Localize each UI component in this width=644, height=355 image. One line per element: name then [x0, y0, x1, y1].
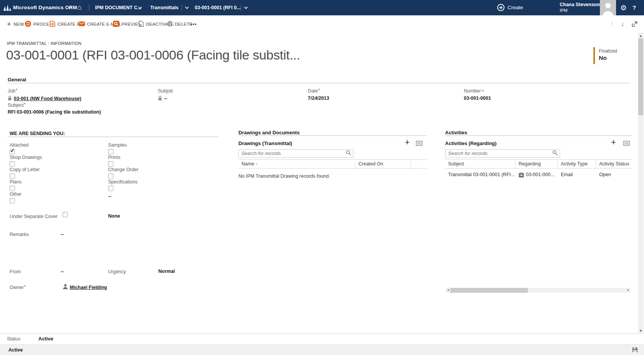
add-drawing-button[interactable]: + [405, 139, 410, 146]
nav-divider [241, 5, 241, 11]
chevron-down-icon[interactable] [185, 5, 189, 9]
status-value: Active [38, 336, 53, 342]
search-icon[interactable] [552, 150, 558, 157]
change-order-checkbox[interactable] [108, 173, 113, 179]
general-section-title: General [8, 77, 26, 83]
dynamics-logo-icon [3, 4, 12, 13]
owner-link[interactable]: Michael Fielding [70, 285, 107, 290]
copy-of-letter-checkbox[interactable] [10, 173, 15, 179]
gear-icon[interactable]: ⚙ [620, 3, 627, 12]
drawings-search-input[interactable] [242, 151, 346, 156]
scroll-down-icon[interactable]: ▼ [639, 329, 642, 333]
sending-section-title: WE ARE SENDING YOU: [10, 131, 65, 136]
column-header-activity-type[interactable]: Activity Type [558, 160, 596, 168]
create-button[interactable]: Create [508, 5, 523, 10]
scroll-right-icon[interactable]: ► [627, 288, 630, 292]
activities-horizontal-scrollbar[interactable]: ◄ ► [446, 288, 631, 293]
prints-field: Prints [108, 155, 120, 167]
shop-drawings-checkbox[interactable] [10, 161, 15, 167]
plans-checkbox[interactable] [10, 186, 15, 191]
attached-checkbox[interactable] [10, 149, 15, 154]
column-header-subject[interactable]: Subject [445, 160, 516, 168]
activity-row[interactable]: Transmittal 03-001-0001 (RFI... 03-001-0… [445, 170, 632, 179]
home-icon[interactable]: ⌂ [77, 4, 82, 11]
add-activity-button[interactable]: + [611, 139, 616, 146]
column-header-activity-status[interactable]: Activity Status [596, 160, 632, 168]
transmittal-record-icon [519, 172, 524, 179]
delete-button[interactable]: DELETE [168, 15, 192, 33]
from-value[interactable]: -- [61, 269, 64, 274]
nav-divider [182, 5, 182, 11]
date-value[interactable]: 7/24/2013 [308, 96, 329, 101]
breadcrumb-view[interactable]: Transmittals [150, 5, 179, 10]
specifications-field: Specifications [108, 179, 138, 191]
avatar[interactable] [600, 0, 616, 17]
activity-type: Email [558, 170, 596, 179]
under-separate-cover-label: Under Separate Cover [10, 214, 61, 219]
remarks-value[interactable]: -- [61, 232, 64, 237]
plans-field: Plans [10, 179, 21, 191]
preview-button[interactable]: PREVIEW [113, 15, 142, 33]
scroll-left-icon[interactable]: ◄ [447, 288, 450, 292]
number-value[interactable]: 03-001-0001 [464, 96, 491, 101]
pop-out-icon[interactable] [632, 15, 637, 33]
samples-checkbox[interactable] [108, 149, 113, 154]
finalized-accent-bar [593, 47, 595, 64]
job-link[interactable]: 03-001 (NW Food Warehouse) [14, 96, 81, 101]
breadcrumb-area[interactable]: IPM DOCUMENT C... [95, 5, 141, 10]
samples-field: Samples [108, 142, 127, 154]
footer-divider [0, 334, 644, 334]
recommended-plus: + [481, 88, 484, 93]
scroll-record-up-button[interactable]: ↑ [610, 15, 614, 33]
specifications-checkbox[interactable] [108, 186, 113, 191]
column-header-regarding[interactable]: Regarding [516, 160, 558, 168]
subject-value[interactable]: RFI 03-001-0006 (Facing tile substitutio… [8, 109, 101, 115]
scrollbar-thumb[interactable] [638, 38, 643, 115]
open-grid-icon[interactable] [416, 140, 422, 147]
ellipsis-icon: ••• [191, 21, 197, 27]
attached-field: Attached [10, 142, 28, 154]
envelope-icon [79, 21, 85, 27]
preview-magnifier-icon [113, 21, 119, 28]
activity-status: Open [596, 170, 632, 179]
urgency-value[interactable]: Normal [158, 269, 175, 274]
other-checkbox[interactable] [10, 198, 15, 203]
more-commands-button[interactable]: ••• [191, 15, 197, 33]
prints-checkbox[interactable] [108, 161, 113, 167]
chevron-down-icon[interactable] [244, 5, 248, 9]
urgency-label: Urgency [108, 269, 126, 274]
page-vertical-scrollbar[interactable]: ▲ ▼ [638, 33, 644, 334]
activities-section-title: Activities [445, 130, 467, 135]
scroll-up-icon[interactable]: ▲ [639, 34, 642, 38]
drawings-grid-title: Drawings (Transmittal) [238, 140, 292, 146]
save-icon[interactable] [632, 347, 638, 354]
page-title: 03-001-0001 (RFI 03-001-0006 (Facing til… [6, 48, 300, 63]
help-icon[interactable]: ? [632, 4, 636, 11]
subjob-value: -- [164, 96, 167, 101]
trash-icon [168, 21, 172, 27]
open-grid-icon[interactable] [623, 140, 630, 147]
scrollbar-thumb[interactable] [450, 288, 528, 293]
number-label: Number+ [464, 88, 484, 94]
column-header-name[interactable]: Name ↑ [238, 160, 355, 168]
sending-empty-value: -- [108, 194, 111, 199]
search-icon[interactable] [346, 150, 351, 157]
activity-subject[interactable]: Transmittal 03-001-0001 (RFI... [445, 170, 516, 179]
finalized-value[interactable]: No [599, 54, 607, 61]
command-bar: + NEW PROCESS CREATE PDF CREATE E-MAIL P… [0, 15, 644, 33]
deactivate-icon [139, 21, 144, 28]
activity-regarding[interactable]: 03-001-000... [516, 170, 558, 179]
process-icon [25, 21, 31, 28]
user-name[interactable]: Chana Stevenson [560, 2, 600, 7]
create-plus-icon[interactable] [497, 4, 504, 11]
drawings-empty-message: No IPM Transmittal Drawing records found… [238, 173, 330, 179]
brand-title[interactable]: Microsoft Dynamics CRM [13, 5, 77, 10]
drawings-search-box [238, 149, 353, 158]
date-label: Date* [308, 88, 320, 94]
under-separate-cover-checkbox[interactable] [62, 212, 68, 217]
new-button[interactable]: + NEW [7, 15, 24, 33]
breadcrumb-record[interactable]: 03-001-0001 (RFI 0... [195, 5, 241, 10]
scroll-record-down-button[interactable]: ↓ [621, 15, 624, 33]
activities-search-input[interactable] [448, 151, 552, 156]
column-header-created-on[interactable]: Created On [355, 160, 411, 168]
